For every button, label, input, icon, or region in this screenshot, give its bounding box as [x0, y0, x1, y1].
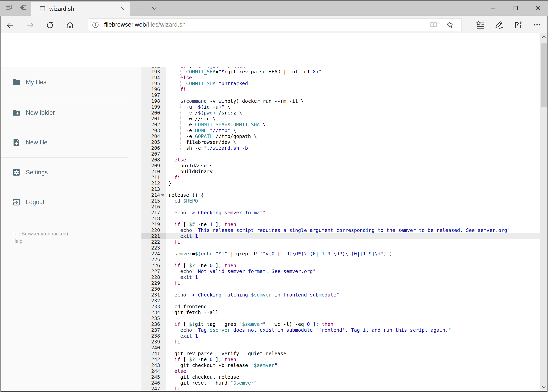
line-number: 232 — [141, 298, 160, 304]
line-number: 207 — [141, 151, 160, 157]
code-line: -e HOME="//tmp" \ — [168, 128, 236, 133]
sidebar-item-label: Settings — [26, 165, 48, 179]
code-line: git fetch --all — [168, 310, 219, 315]
line-number: 246 — [141, 380, 160, 386]
line-number: 212 — [141, 181, 160, 186]
code-line: if [ $? -ne 0 ]; then — [168, 263, 236, 268]
line-number: 237 — [141, 327, 160, 333]
sidebar-item-label: New folder — [26, 106, 55, 120]
tab-preview-icon[interactable] — [5, 4, 12, 12]
text-cursor — [198, 233, 198, 239]
line-number: 206 — [141, 145, 160, 151]
scroll-up-icon[interactable] — [541, 35, 547, 40]
home-icon[interactable] — [66, 21, 74, 29]
favorite-star-icon[interactable] — [446, 21, 454, 29]
line-number: 201 — [141, 116, 160, 122]
code-line: git reset --hard "$semver" — [168, 380, 257, 386]
code-line: buildAssets — [168, 163, 213, 169]
code-line: -v /$(pwd):/src:z \ — [168, 110, 242, 116]
code-line: -e COMMIT_SHA=$COMMIT_SHA \ — [168, 122, 266, 128]
line-number: 244 — [141, 368, 160, 374]
line-number: 229 — [141, 280, 160, 286]
scrollbar-thumb[interactable] — [541, 43, 547, 107]
filebrowser-header — [0, 33, 548, 67]
line-number: 239 — [141, 339, 160, 345]
new-tab-icon[interactable] — [135, 5, 141, 11]
code-line: else — [168, 75, 192, 81]
tab-title: wizard.sh — [49, 6, 74, 12]
code-line: exit 1 — [168, 274, 198, 280]
sidebar-item-new-folder[interactable]: New folder — [0, 106, 128, 120]
web-note-pen-icon[interactable] — [494, 20, 503, 29]
tab-bar: wizard.sh — [0, 0, 548, 16]
sidebar-item-my-files[interactable]: My files — [0, 75, 128, 89]
code-line: else — [168, 157, 186, 163]
line-number: 214 — [141, 192, 160, 198]
window-left-edge — [0, 16, 0, 392]
browser-tab[interactable]: wizard.sh — [31, 2, 130, 16]
tab-list-chevron-icon[interactable] — [151, 6, 158, 11]
line-number: 218 — [141, 216, 160, 222]
code-line: exit 1 — [168, 233, 198, 239]
line-number: 234 — [141, 310, 160, 315]
line-number: 241 — [141, 351, 160, 357]
line-number: 225 — [141, 257, 160, 263]
help-link[interactable]: Help — [12, 238, 22, 245]
sidebar-item-label: My files — [26, 75, 46, 89]
line-number: 221 — [141, 233, 160, 239]
back-icon[interactable] — [6, 21, 14, 29]
code-line: $(command -v winpty) docker run --rm -it… — [168, 98, 304, 104]
code-line: fi — [168, 175, 180, 181]
line-number: 195 — [141, 81, 160, 86]
fold-toggle-icon[interactable] — [161, 194, 165, 196]
line-number: 224 — [141, 251, 160, 257]
more-options-icon[interactable] — [533, 20, 541, 29]
line-number: 245 — [141, 374, 160, 380]
tab-close-icon[interactable] — [120, 6, 126, 12]
window-bottom-edge — [0, 391, 548, 392]
site-info-icon[interactable] — [91, 21, 99, 29]
line-number: 198 — [141, 98, 160, 104]
code-line: if [ -d ".git" ]; then — [168, 67, 245, 69]
url-field[interactable]: filebrowser.web/files/wizard.sh — [88, 19, 461, 31]
line-number: 197 — [141, 92, 160, 98]
code-line: git rev-parse --verify --quiet release — [168, 351, 286, 357]
line-number: 202 — [141, 122, 160, 128]
code-editor[interactable]: 192 if [ -d ".git" ]; then193 COMMIT_SHA… — [141, 67, 540, 391]
sidebar-item-settings[interactable]: Settings — [0, 165, 128, 179]
sidebar-item-logout[interactable]: Logout — [0, 195, 128, 209]
minimize-icon[interactable] — [489, 4, 497, 12]
line-number: 200 — [141, 110, 160, 116]
code-line: buildBinary — [168, 169, 213, 175]
share-icon[interactable] — [513, 20, 523, 29]
code-line: else — [168, 368, 186, 374]
line-number: 240 — [141, 345, 160, 351]
refresh-icon[interactable] — [46, 21, 54, 29]
tabs-set-aside-icon[interactable] — [20, 4, 27, 12]
line-number: 196 — [141, 86, 160, 92]
line-number: 203 — [141, 128, 160, 133]
line-number: 247 — [141, 386, 160, 391]
code-line: } — [168, 181, 171, 186]
code-line: fi — [168, 386, 180, 391]
app-version-label: File Browser v(untracked) — [12, 230, 68, 237]
maximize-icon[interactable] — [512, 4, 520, 12]
sidebar-item-new-file[interactable]: New file — [0, 135, 128, 149]
code-line: if [ $# -ne 1 ]; then — [168, 222, 236, 227]
address-bar: filebrowser.web/files/wizard.sh — [0, 16, 548, 33]
line-number: 233 — [141, 304, 160, 310]
code-line: fi — [168, 239, 180, 245]
line-number: 222 — [141, 239, 160, 245]
tab-favicon-icon — [39, 5, 46, 13]
line-number: 210 — [141, 169, 160, 175]
code-line: echo "> Checking matching $semver in fro… — [168, 292, 339, 298]
sidebar-divider — [0, 157, 128, 158]
scroll-down-icon[interactable] — [541, 384, 547, 389]
hub-favorites-icon[interactable] — [476, 20, 485, 29]
active-line-highlight — [166, 233, 540, 239]
line-number: 216 — [141, 204, 160, 210]
page-scrollbar[interactable] — [540, 33, 548, 391]
close-icon[interactable] — [534, 4, 542, 12]
forward-icon[interactable] — [26, 21, 35, 29]
line-number: 219 — [141, 222, 160, 227]
